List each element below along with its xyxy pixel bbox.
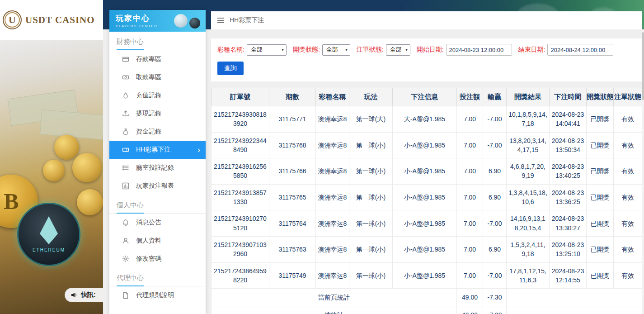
lottery-name-filter: 彩種名稱: 全部 ▾ bbox=[217, 44, 287, 56]
lottery-name-select[interactable]: 全部 ▾ bbox=[247, 44, 287, 56]
cell-bet-info: 小-A盤@1.985 bbox=[393, 262, 457, 289]
cell-play-type: 第一球(小) bbox=[349, 132, 393, 158]
sidebar-item-label: 修改密碼 bbox=[136, 255, 161, 263]
sidebar-item-deposit[interactable]: 存款專區 bbox=[109, 50, 206, 68]
column-header-order-no: 訂單號 bbox=[212, 88, 269, 106]
start-date-input[interactable] bbox=[446, 44, 512, 56]
draw-status-label: 開獎狀態: bbox=[293, 46, 320, 54]
bet-status-label: 注單狀態: bbox=[357, 46, 384, 54]
cell-bet-info: 小-A盤@1.985 bbox=[393, 158, 457, 185]
cell-bet-info: 小-A盤@1.985 bbox=[393, 236, 457, 262]
sidebar-item-room-bet-record[interactable]: 廳室投註記錄 bbox=[109, 159, 206, 177]
cell-draw-status: 已開獎 bbox=[587, 262, 614, 289]
cell-bet-time: 2024-08-23 12:14:55 bbox=[550, 262, 587, 289]
sidebar-item-bell[interactable]: 消息公告 bbox=[109, 214, 206, 232]
summary-row: 總統計49.00-7.30 bbox=[212, 306, 642, 314]
main-content: HH彩票下注 彩種名稱: 全部 ▾ 開獎狀態: 全部 ▾ bbox=[211, 11, 642, 314]
sidebar-item-cashout-record[interactable]: 提現記錄 bbox=[109, 105, 206, 123]
summary-empty-cell bbox=[507, 306, 642, 314]
table-row: 215217243930818392031175771澳洲幸运8第一球(大)大-… bbox=[212, 106, 642, 133]
bet-report-icon bbox=[122, 182, 129, 190]
cell-play-type: 第一球(小) bbox=[349, 262, 393, 289]
select-value: 全部 bbox=[251, 46, 263, 54]
sidebar-item-lottery-bet[interactable]: HH彩票下注› bbox=[109, 141, 206, 159]
select-value: 全部 bbox=[326, 46, 338, 54]
cell-period: 31175763 bbox=[269, 236, 316, 262]
agent-rules-icon bbox=[122, 292, 129, 299]
column-header-period: 期數 bbox=[269, 88, 316, 106]
cell-bet-info: 小-A盤@1.985 bbox=[393, 132, 457, 158]
cell-draw-result: 14,16,9,13,18,20,15,4 bbox=[507, 210, 550, 237]
cell-lottery-name: 澳洲幸运8 bbox=[316, 184, 349, 210]
cell-win-loss: 6.90 bbox=[483, 236, 507, 262]
column-header-draw-status: 開獎狀態 bbox=[587, 88, 614, 106]
column-header-draw-result: 開獎結果 bbox=[507, 88, 550, 106]
cell-period: 31175768 bbox=[269, 132, 316, 158]
scrollbar-thumb[interactable] bbox=[642, 32, 644, 100]
gold-coin-image bbox=[43, 160, 65, 181]
cell-lottery-name: 澳洲幸运8 bbox=[316, 210, 349, 237]
chevron-down-icon: ▾ bbox=[405, 48, 408, 52]
sidebar-menu: 財務中心存款專區取款專區充值記錄提現記錄資金記錄HH彩票下注›廳室投註記錄玩家投… bbox=[109, 32, 206, 304]
column-header-bet-time: 下注時間 bbox=[550, 88, 587, 106]
cell-order-no: 2152172439138571330 bbox=[212, 184, 269, 210]
summary-winloss-total: -7.30 bbox=[483, 289, 507, 306]
promo-photo: B ETHEREUM bbox=[0, 40, 103, 314]
bell-icon bbox=[122, 219, 129, 226]
cell-bet-time: 2024-08-23 13:30:27 bbox=[550, 210, 587, 237]
sidebar-item-label: 充值記錄 bbox=[136, 91, 161, 100]
cell-draw-result: 1,3,8,4,15,18,10,6 bbox=[507, 184, 550, 210]
sidebar-item-label: 資金記錄 bbox=[136, 128, 161, 136]
cell-bet-status: 有效 bbox=[614, 236, 642, 262]
vertical-scrollbar[interactable] bbox=[642, 29, 644, 314]
cell-bet-time: 2024-08-23 13:50:34 bbox=[550, 132, 587, 158]
menu-toggle-icon[interactable] bbox=[217, 16, 224, 24]
brand-logo-letter: U bbox=[9, 14, 16, 26]
cell-bet-status: 有效 bbox=[614, 158, 642, 185]
gold-coin-image bbox=[54, 135, 79, 160]
cell-order-no: 2152172439308183920 bbox=[212, 106, 269, 133]
cell-play-type: 第一球(小) bbox=[349, 210, 393, 237]
sidebar: 玩家中心 PLAYERS CENTER 財務中心存款專區取款專區充值記錄提現記錄… bbox=[109, 10, 206, 314]
sidebar-item-bet-report[interactable]: 玩家投注報表 bbox=[109, 177, 206, 195]
bet-status-select[interactable]: 全部 ▾ bbox=[386, 44, 410, 56]
query-button[interactable]: 查詢 bbox=[217, 62, 244, 75]
table-row: 215217243916256585031175766澳洲幸运8第一球(小)小-… bbox=[212, 158, 642, 185]
password-icon bbox=[122, 255, 129, 262]
cell-lottery-name: 澳洲幸运8 bbox=[316, 106, 349, 133]
table-body: 215217243930818392031175771澳洲幸运8第一球(大)大-… bbox=[212, 106, 642, 314]
end-date-input[interactable] bbox=[547, 44, 613, 56]
sidebar-item-label: 代理規則說明 bbox=[136, 291, 174, 300]
news-ticker-label: 快訊: bbox=[81, 291, 96, 299]
sidebar-item-label: 取款專區 bbox=[136, 73, 161, 81]
app-area: 玩家中心 PLAYERS CENTER 財務中心存款專區取款專區充值記錄提現記錄… bbox=[103, 0, 644, 314]
table-header-row: 訂單號期數彩種名稱玩法下注信息投注額輸贏開獎結果下注時間開獎狀態注單狀態 bbox=[212, 88, 642, 106]
filter-panel: 彩種名稱: 全部 ▾ 開獎狀態: 全部 ▾ 注單狀態: 全 bbox=[211, 38, 642, 81]
sidebar-item-withdraw[interactable]: 取款專區 bbox=[109, 68, 206, 86]
cell-order-no: 2152172439071032960 bbox=[212, 236, 269, 262]
start-date-filter: 開始日期: bbox=[417, 44, 512, 56]
sidebar-item-recharge-record[interactable]: 充值記錄 bbox=[109, 86, 206, 105]
end-date-filter: 結束日期: bbox=[518, 44, 614, 56]
funds-record-icon bbox=[122, 128, 129, 135]
draw-status-select[interactable]: 全部 ▾ bbox=[322, 44, 350, 56]
sidebar-item-password[interactable]: 修改密碼 bbox=[109, 250, 206, 268]
sidebar-item-profile[interactable]: 個人資料 bbox=[109, 232, 206, 250]
sidebar-section: 個人中心消息公告個人資料修改密碼 bbox=[109, 195, 206, 268]
sidebar-section-text: 財務中心 bbox=[117, 38, 144, 50]
news-ticker-button[interactable]: 快訊: bbox=[65, 288, 103, 302]
select-value: 全部 bbox=[390, 46, 402, 54]
sidebar-item-agent-rules[interactable]: 代理規則說明 bbox=[109, 286, 206, 304]
table-row: 215217243910270512031175764澳洲幸运8第一球(小)小-… bbox=[212, 210, 642, 237]
cell-draw-result: 4,6,8,1,7,20,9,19 bbox=[507, 158, 550, 185]
sidebar-item-label: 提現記錄 bbox=[136, 109, 161, 118]
summary-row: 當前頁統計49.00-7.30 bbox=[212, 289, 642, 306]
cell-win-loss: -7.00 bbox=[483, 132, 507, 158]
cell-bet-amount: 7.00 bbox=[457, 262, 483, 289]
lottery-name-label: 彩種名稱: bbox=[217, 46, 244, 54]
sidebar-item-funds-record[interactable]: 資金記錄 bbox=[109, 123, 206, 141]
gold-coin-image bbox=[77, 189, 103, 215]
sidebar-section-text: 代理中心 bbox=[117, 274, 144, 286]
sidebar-section-text: 個人中心 bbox=[117, 201, 144, 214]
start-date-label: 開始日期: bbox=[417, 46, 444, 54]
